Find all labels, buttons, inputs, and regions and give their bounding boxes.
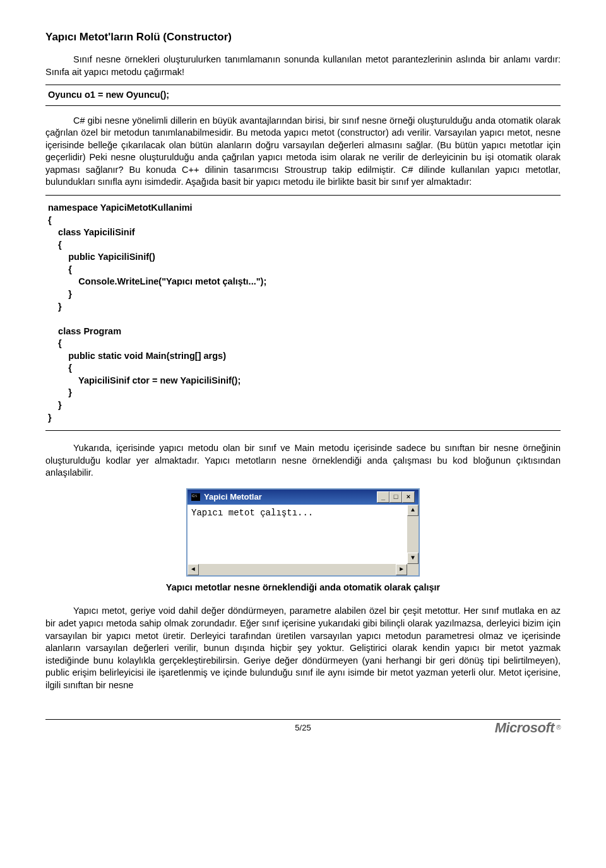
horizontal-scrollbar[interactable]: ◄ ►	[187, 564, 419, 575]
code-snippet-1: Oyuncu o1 = new Oyuncu();	[45, 85, 561, 106]
scroll-down-icon[interactable]: ▼	[407, 553, 419, 564]
console-title-bar: Yapici Metotlar _ □ ×	[187, 490, 419, 505]
paragraph-2: C# gibi nesne yönelimli dillerin en büyü…	[45, 115, 561, 189]
scroll-up-icon[interactable]: ▲	[407, 505, 419, 516]
scroll-corner	[407, 564, 419, 575]
console-window: Yapici Metotlar _ □ × Yapıcı metot çalış…	[186, 488, 420, 577]
console-output: Yapıcı metot çalıştı...	[191, 508, 313, 518]
console-title-text: Yapici Metotlar	[204, 491, 262, 503]
intro-paragraph: Sınıf nesne örnekleri oluşturulurken tan…	[45, 54, 561, 78]
vertical-scrollbar[interactable]: ▲ ▼	[407, 505, 419, 564]
registered-mark: ®	[556, 724, 561, 732]
code-snippet-2: namespace YapiciMetotKullanimi { class Y…	[45, 195, 561, 431]
paragraph-3: Yukarıda, içerisinde yapıcı metodu olan …	[45, 442, 561, 479]
cmd-icon	[191, 493, 200, 501]
maximize-button[interactable]: □	[389, 491, 402, 503]
page-number: 5/25	[45, 719, 561, 734]
console-body: Yapıcı metot çalıştı... ▲ ▼ ◄ ►	[187, 505, 419, 575]
paragraph-4: Yapıcı metot, geriye void dahil değer dö…	[45, 605, 561, 691]
window-controls: _ □ ×	[377, 491, 415, 503]
microsoft-logo: Microsoft®	[495, 718, 561, 737]
section-title: Yapıcı Metot'ların Rolü (Constructor)	[45, 30, 561, 45]
console-figure: Yapici Metotlar _ □ × Yapıcı metot çalış…	[45, 488, 561, 577]
minimize-button[interactable]: _	[377, 491, 389, 503]
close-button[interactable]: ×	[402, 491, 415, 503]
figure-caption: Yapıcı metotlar nesne örneklendiği anda …	[45, 582, 561, 594]
scroll-left-icon[interactable]: ◄	[187, 564, 199, 575]
logo-text: Microsoft	[495, 718, 555, 737]
scroll-right-icon[interactable]: ►	[396, 564, 407, 575]
